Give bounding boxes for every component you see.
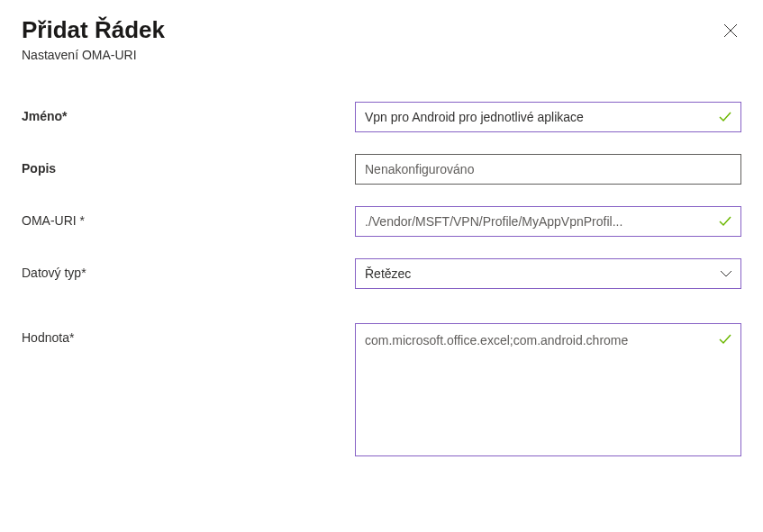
close-icon [723, 23, 738, 38]
value-label: Hodnota* [22, 323, 355, 345]
close-button[interactable] [720, 20, 741, 44]
datatype-label: Datový typ* [22, 258, 355, 280]
datatype-select[interactable]: Řetězec [355, 258, 741, 289]
name-input[interactable] [355, 102, 741, 132]
name-label: Jméno* [22, 102, 355, 123]
description-input[interactable] [355, 154, 741, 185]
value-textarea[interactable]: com.microsoft.office.excel;com.android.c… [355, 323, 741, 456]
omauri-input[interactable] [355, 206, 741, 237]
dialog-subtitle: Nastavení OMA-URI [22, 48, 741, 62]
omauri-label: OMA-URI * [22, 206, 355, 228]
description-label: Popis [22, 154, 355, 176]
dialog-title: Přidat Řádek [22, 16, 165, 44]
